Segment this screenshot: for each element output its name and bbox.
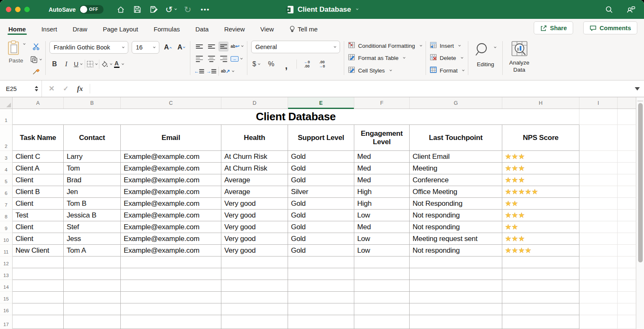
row-header-16[interactable]: 16 [0,303,13,315]
bold-button[interactable]: B [49,59,60,69]
paste-button[interactable]: Paste [5,40,27,78]
cell[interactable] [579,221,618,233]
cell[interactable] [354,303,410,315]
format-painter-button[interactable] [30,67,42,78]
table-header-cell[interactable]: Last Touchpoint [410,125,502,151]
increase-font-button[interactable]: A [163,42,173,52]
cell[interactable] [354,280,410,292]
cell[interactable]: Client [13,198,64,210]
cell[interactable] [288,315,354,329]
formula-bar-expand-icon[interactable] [635,87,640,91]
cell[interactable] [121,268,221,280]
table-header-cell[interactable]: Engagement Level [354,125,410,151]
cell[interactable]: Low [354,210,410,221]
column-header-C[interactable]: C [121,97,221,109]
cell[interactable] [502,315,579,329]
row-header-11[interactable]: 11 [0,245,13,256]
cell[interactable]: Tom B [64,198,121,210]
wrap-text-button[interactable]: ab↩ [231,41,243,52]
cell[interactable]: Office Meeting [410,186,502,198]
cell[interactable] [579,174,618,186]
delete-cells-button[interactable]: Delete [430,52,465,64]
table-header-cell[interactable]: Task Name [13,125,64,151]
column-header-A[interactable]: A [13,97,64,109]
cell[interactable] [288,268,354,280]
decrease-indent-button[interactable]: ← [194,66,204,76]
name-box-stepper[interactable] [35,86,38,91]
cell[interactable]: Med [354,151,410,163]
cell[interactable] [618,280,636,292]
cell[interactable]: Very good [221,233,288,245]
cell[interactable] [13,268,64,280]
cell[interactable]: Gold [288,245,354,256]
autosave-toggle[interactable]: OFF [79,5,104,14]
cell[interactable] [579,245,618,256]
cell[interactable] [579,303,618,315]
row-header-12[interactable]: 12 [0,256,13,268]
cell[interactable] [64,303,121,315]
row-header-17[interactable]: 17 [0,315,13,329]
format-as-table-button[interactable]: Format as Table [348,52,422,64]
nps-stars-cell[interactable]: ★★★ [502,163,579,174]
sheet-title-cell[interactable]: Client Database [13,109,579,125]
cell[interactable] [618,221,636,233]
cancel-icon[interactable]: ✕ [49,84,55,93]
cell[interactable]: Jen [64,186,121,198]
cell[interactable] [354,292,410,303]
nps-stars-cell[interactable]: ★★★★ [502,245,579,256]
cell[interactable] [579,109,618,125]
cell[interactable]: Example@example.com [121,233,221,245]
vertical-scrollbar[interactable] [636,97,644,329]
cell[interactable]: Low [354,233,410,245]
cell[interactable]: Meeting request sent [410,233,502,245]
merge-center-button[interactable]: ↔ [231,54,242,64]
table-header-cell[interactable]: Contact [64,125,121,151]
redo-button[interactable]: ↻ [182,3,194,16]
cell[interactable] [64,268,121,280]
underline-button[interactable]: U [73,59,83,69]
cell[interactable] [579,210,618,221]
cell[interactable]: Example@example.com [121,210,221,221]
font-name-select[interactable]: Franklin Gothic Book [49,41,128,54]
more-commands-icon[interactable]: ••• [198,3,211,16]
cell[interactable]: Example@example.com [121,221,221,233]
column-header-B[interactable]: B [64,97,121,109]
orientation-button[interactable]: ab↗ [221,66,234,76]
cell[interactable] [221,280,288,292]
cell[interactable] [579,163,618,174]
cell[interactable] [618,315,636,329]
cell[interactable] [502,303,579,315]
cell[interactable] [121,280,221,292]
comma-style-button[interactable]: , [281,59,291,69]
column-header-D[interactable]: D [221,97,288,109]
cell[interactable] [618,151,636,163]
cell[interactable]: Gold [288,233,354,245]
cell[interactable]: Jess [64,233,121,245]
cell[interactable]: At Churn Risk [221,163,288,174]
column-header-E[interactable]: E [288,97,354,109]
cell[interactable] [410,256,502,268]
tab-tell-me[interactable]: Tell me [288,21,319,37]
cell[interactable] [579,151,618,163]
cell[interactable]: Example@example.com [121,174,221,186]
presence-people-icon[interactable] [625,3,637,16]
analyze-data-button[interactable]: AnalyzeData [506,39,532,77]
tab-data[interactable]: Data [195,21,210,37]
cell[interactable] [579,198,618,210]
cell[interactable]: At Churn Risk [221,151,288,163]
cell[interactable] [579,186,618,198]
cell[interactable]: Not responding [410,210,502,221]
cell[interactable]: Very good [221,198,288,210]
cell[interactable] [121,256,221,268]
share-button[interactable]: Share [534,21,573,34]
cell[interactable]: Tom [64,163,121,174]
cell[interactable]: Gold [288,151,354,163]
cell[interactable]: Meeting [410,163,502,174]
cell[interactable] [121,303,221,315]
cell[interactable] [221,303,288,315]
cell[interactable]: Average [221,174,288,186]
cell[interactable]: Gold [288,198,354,210]
cell[interactable]: Not responding [410,221,502,233]
table-header-cell[interactable]: Email [121,125,221,151]
column-header-partial[interactable] [618,97,636,109]
